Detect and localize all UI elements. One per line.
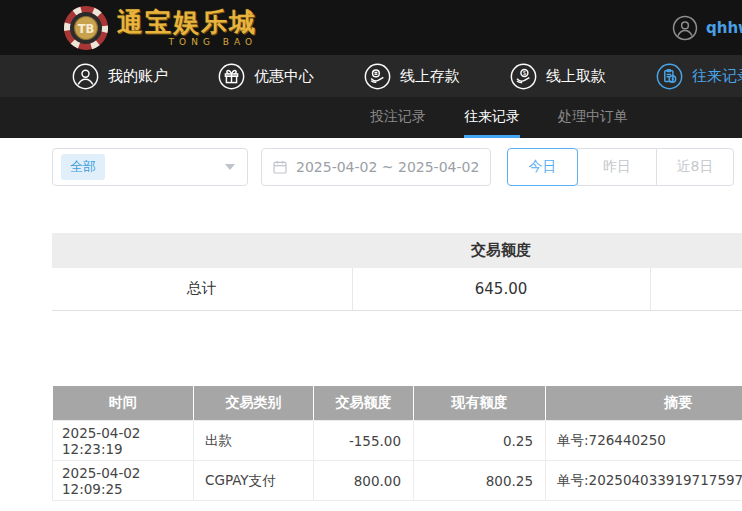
filter-row: 全部 2025-04-02 ~ 2025-04-02 今日 昨日 近8日	[52, 148, 742, 186]
nav-label: 线上取款	[546, 67, 606, 86]
table-row: 2025-04-02 12:09:25 CGPAY支付 800.00 800.2…	[53, 461, 742, 501]
nav-item-transaction-records[interactable]: 往来记录	[656, 63, 742, 90]
summary-total-value: 645.00	[352, 268, 650, 310]
selected-type-chip: 全部	[61, 154, 105, 180]
nav-item-promotions[interactable]: 优惠中心	[218, 63, 314, 90]
nav-item-my-account[interactable]: 我的账户	[72, 63, 168, 90]
nav-label: 优惠中心	[254, 67, 314, 86]
col-header-balance: 现有额度	[414, 386, 546, 421]
cell-amount: -155.00	[314, 421, 414, 461]
today-button[interactable]: 今日	[507, 148, 578, 186]
nav-item-deposit[interactable]: 线上存款	[364, 63, 460, 90]
cell-type: CGPAY支付	[194, 461, 314, 501]
transaction-type-select[interactable]: 全部	[52, 148, 248, 186]
table-row: 2025-04-02 12:23:19 出款 -155.00 0.25 单号:7…	[53, 421, 742, 461]
summary-table: 交易额度 总计 645.00	[52, 233, 742, 311]
username: qhhw	[706, 19, 742, 37]
nav-label: 往来记录	[692, 67, 742, 86]
col-header-amount: 交易额度	[314, 386, 414, 421]
transactions-table: 时间 交易类别 交易额度 现有额度 摘要 2025-04-02 12:23:19…	[52, 386, 742, 502]
cell-balance: 800.25	[414, 461, 546, 501]
summary-table-container: 交易额度 总计 645.00	[52, 233, 742, 311]
nav-label: 线上存款	[400, 67, 460, 86]
deposit-icon	[364, 63, 391, 90]
top-bar: TB 通宝娱乐城 TONG BAO qhhw	[0, 0, 742, 55]
poker-chip-icon: TB	[64, 6, 108, 50]
nav-item-withdraw[interactable]: $ 线上取款	[510, 63, 606, 90]
cell-time: 2025-04-02 12:23:19	[53, 421, 194, 461]
logo-title: 通宝娱乐城	[117, 9, 257, 35]
summary-total-label: 总计	[52, 268, 352, 310]
gift-icon	[218, 63, 245, 90]
col-header-type: 交易类别	[194, 386, 314, 421]
user-circle-icon	[72, 63, 99, 90]
svg-text:$: $	[522, 69, 526, 76]
summary-empty-cell	[650, 268, 742, 310]
user-avatar-icon	[672, 15, 698, 41]
cell-amount: 800.00	[314, 461, 414, 501]
cell-memo: 单号:726440250	[546, 421, 742, 461]
records-icon	[656, 63, 683, 90]
last-8-days-button[interactable]: 近8日	[656, 148, 734, 186]
nav-label: 我的账户	[108, 67, 168, 86]
svg-text:TB: TB	[78, 21, 95, 35]
cell-memo: 单号:202504033919717597	[546, 461, 742, 501]
tab-pending-orders[interactable]: 处理中订单	[558, 97, 628, 138]
summary-header-empty	[52, 233, 352, 268]
site-logo[interactable]: TB 通宝娱乐城 TONG BAO	[64, 6, 257, 50]
user-account[interactable]: qhhw	[672, 0, 742, 55]
summary-header-empty	[650, 233, 742, 268]
cell-balance: 0.25	[414, 421, 546, 461]
withdraw-icon: $	[510, 63, 537, 90]
tab-transaction-records[interactable]: 往来记录	[464, 97, 520, 138]
main-nav: 我的账户 优惠中心 线上存款 $ 线上取款	[0, 55, 742, 97]
summary-header-amount: 交易额度	[352, 233, 650, 268]
quick-date-buttons: 今日 昨日 近8日	[507, 148, 734, 186]
cell-time: 2025-04-02 12:09:25	[53, 461, 194, 501]
tab-betting-records[interactable]: 投注记录	[370, 97, 426, 138]
record-tabs: 投注记录 往来记录 处理中订单	[0, 97, 742, 138]
date-range-value: 2025-04-02 ~ 2025-04-02	[296, 159, 479, 175]
summary-header-row: 交易额度	[52, 233, 742, 268]
logo-subtitle: TONG BAO	[117, 37, 257, 47]
transactions-table-container: 时间 交易类别 交易额度 现有额度 摘要 2025-04-02 12:23:19…	[52, 386, 742, 502]
date-range-input[interactable]: 2025-04-02 ~ 2025-04-02	[261, 148, 491, 186]
content-area: 全部 2025-04-02 ~ 2025-04-02 今日 昨日 近8日 交易额…	[0, 138, 742, 501]
logo-text: 通宝娱乐城 TONG BAO	[117, 9, 257, 47]
summary-total-row: 总计 645.00	[52, 268, 742, 310]
col-header-time: 时间	[53, 386, 194, 421]
col-header-memo: 摘要	[546, 386, 742, 421]
yesterday-button[interactable]: 昨日	[577, 148, 656, 186]
cell-type: 出款	[194, 421, 314, 461]
chevron-down-icon	[225, 164, 235, 170]
transactions-header-row: 时间 交易类别 交易额度 现有额度 摘要	[53, 386, 742, 421]
calendar-icon	[272, 159, 288, 175]
